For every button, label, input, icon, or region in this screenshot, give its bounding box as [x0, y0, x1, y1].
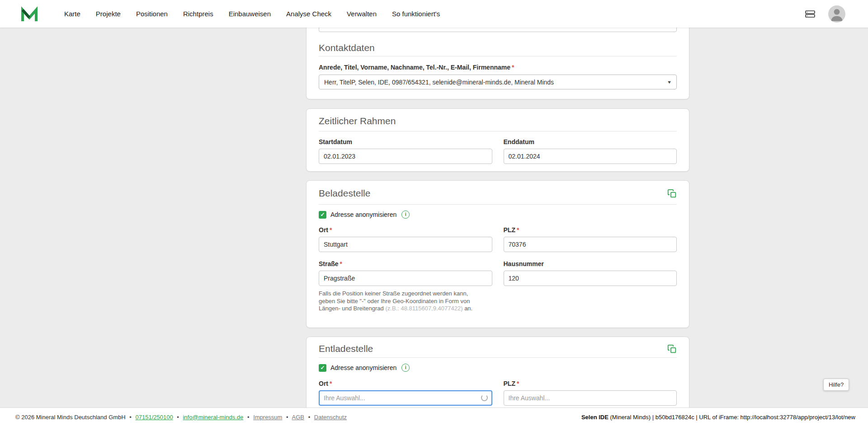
ort-label: Ort*: [319, 226, 492, 234]
nav-item-richtpreis[interactable]: Richtpreis: [183, 10, 213, 18]
plz-input[interactable]: [504, 390, 677, 406]
startdatum-label: Startdatum: [319, 138, 492, 146]
required-mark: *: [517, 380, 519, 387]
avatar[interactable]: [828, 5, 845, 23]
copy-address-icon[interactable]: [667, 189, 677, 198]
plz-label: PLZ*: [504, 226, 677, 234]
info-icon[interactable]: i: [401, 364, 410, 372]
strasse-label: Straße*: [319, 260, 492, 268]
footer: © 2026 Mineral Minds Deutschland GmbH • …: [0, 407, 868, 426]
main-nav: Karte Projekte Positionen Richtpreis Ein…: [64, 10, 440, 18]
section-divider: [319, 131, 677, 131]
section-title-kontaktdaten: Kontaktdaten: [319, 42, 375, 54]
anonymize-checkbox[interactable]: ✓: [319, 364, 326, 372]
hausnummer-label: Hausnummer: [504, 260, 677, 268]
strasse-help-text: Falls die Position keiner Straße zugeord…: [319, 290, 485, 313]
enddatum-label: Enddatum: [504, 138, 677, 146]
copyright-text: © 2026 Mineral Minds Deutschland GmbH: [15, 414, 126, 421]
chevron-down-icon: ▼: [667, 80, 672, 84]
phone-link[interactable]: 07151/250100: [136, 414, 173, 421]
help-button[interactable]: Hilfe?: [823, 379, 849, 391]
section-title-beladestelle: Beladestelle: [319, 187, 370, 199]
nav-item-einbauweisen[interactable]: Einbauweisen: [229, 10, 271, 18]
required-mark: *: [340, 260, 342, 267]
required-mark: *: [517, 226, 519, 234]
footer-left: © 2026 Mineral Minds Deutschland GmbH • …: [15, 414, 347, 421]
hausnummer-input[interactable]: [504, 271, 677, 286]
nav-item-so-funktionierts[interactable]: So funktioniert's: [392, 10, 440, 18]
nav-item-projekte[interactable]: Projekte: [96, 10, 121, 18]
required-mark: *: [512, 64, 514, 71]
nav-item-positionen[interactable]: Positionen: [136, 10, 168, 18]
info-icon[interactable]: i: [401, 211, 410, 219]
ort-input[interactable]: [319, 390, 492, 406]
footer-right: Selen IDE (Mineral Minds) | b50bd176824c…: [581, 414, 855, 421]
impressum-link[interactable]: Impressum: [253, 414, 282, 421]
app-logo[interactable]: [20, 5, 38, 23]
section-divider: [319, 357, 677, 358]
contact-select-value: Herr, TitelP, Selen, IDE, 0987/654321, s…: [324, 79, 554, 86]
anonymize-label: Adresse anonymisieren: [330, 364, 396, 371]
agb-link[interactable]: AGB: [292, 414, 304, 421]
section-divider: [319, 56, 677, 56]
beladestelle-card: Beladestelle ✓ Adresse anonymisieren i O…: [306, 180, 689, 328]
nav-item-verwalten[interactable]: Verwalten: [347, 10, 377, 18]
nav-item-analyse-check[interactable]: Analyse Check: [286, 10, 331, 18]
anonymize-label: Adresse anonymisieren: [330, 211, 396, 218]
server-icon[interactable]: [804, 9, 816, 19]
copy-address-icon[interactable]: [667, 344, 677, 354]
required-mark: *: [330, 226, 332, 234]
strasse-input[interactable]: [319, 271, 492, 286]
plz-label: PLZ*: [504, 380, 677, 388]
navbar: Karte Projekte Positionen Richtpreis Ein…: [0, 0, 868, 28]
contact-field-label: Anrede, Titel, Vorname, Nachname, Tel.-N…: [319, 64, 677, 71]
startdatum-input[interactable]: [319, 149, 492, 164]
contact-select[interactable]: Herr, TitelP, Selen, IDE, 0987/654321, s…: [319, 75, 677, 89]
nav-item-karte[interactable]: Karte: [64, 10, 80, 18]
timeframe-card: Zeitlicher Rahmen Startdatum Enddatum: [306, 108, 689, 172]
loading-spinner-icon: [481, 394, 488, 401]
session-info: (Mineral Minds) | b50bd176824c | URL of …: [609, 414, 855, 421]
plz-input[interactable]: [504, 237, 677, 252]
email-link[interactable]: info@mineral-minds.de: [183, 414, 243, 421]
required-mark: *: [330, 380, 332, 387]
ort-label: Ort*: [319, 380, 492, 388]
datenschutz-link[interactable]: Datenschutz: [314, 414, 347, 421]
session-user: Selen IDE: [581, 414, 609, 421]
section-title-entladestelle: Entladestelle: [319, 343, 373, 355]
ort-input[interactable]: [319, 237, 492, 252]
anonymize-checkbox[interactable]: ✓: [319, 211, 326, 219]
enddatum-input[interactable]: [504, 149, 677, 164]
section-divider: [319, 204, 677, 205]
section-title-zeitlicher-rahmen: Zeitlicher Rahmen: [319, 115, 396, 127]
